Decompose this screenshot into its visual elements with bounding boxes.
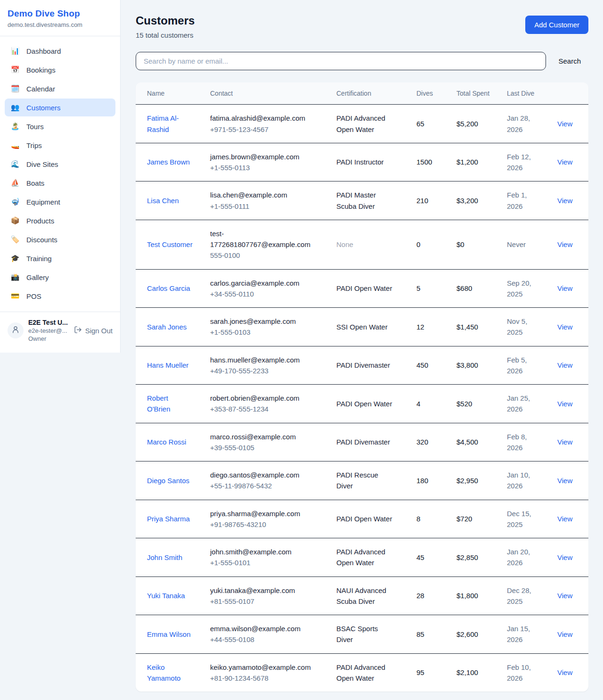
customer-email: carlos.garcia@example.com [210,278,319,288]
sidebar-item-products[interactable]: 📦 Products [5,212,115,230]
user-icon [11,325,20,336]
column-header-name: Name [136,82,204,105]
view-link[interactable]: View [557,515,572,523]
view-link[interactable]: View [557,477,572,485]
spiral-calendar-icon: 🗓️ [10,84,20,93]
view-link[interactable]: View [557,438,572,446]
customer-certification: PADI Open Water [331,385,411,423]
sidebar-item-customers[interactable]: 👥 Customers [5,99,115,116]
island-icon: 🏝️ [10,122,20,131]
customer-last-dive: Jan 15, 2026 [501,615,552,654]
view-link[interactable]: View [557,323,572,331]
view-link[interactable]: View [557,120,572,128]
column-header-total-spent: Total Spent [451,82,501,105]
customer-phone: +34-555-0110 [210,288,319,299]
sidebar-item-tours[interactable]: 🏝️ Tours [5,117,115,135]
search-button[interactable]: Search [551,53,588,69]
sidebar-item-bookings[interactable]: 📅 Bookings [5,61,115,79]
view-link[interactable]: View [557,630,572,638]
customer-dives: 8 [411,500,451,538]
customer-name-link[interactable]: Lisa Chen [147,197,179,205]
customers-table-card: Name Contact Certification Dives Total S… [136,82,588,692]
sidebar-item-training[interactable]: 🎓 Training [5,249,115,267]
sidebar-item-dashboard[interactable]: 📊 Dashboard [5,42,115,60]
customer-dives: 5 [411,269,451,308]
customer-name-link[interactable]: James Brown [147,158,190,166]
customer-name-link[interactable]: Test Customer [147,240,193,248]
customer-dives: 85 [411,615,451,654]
column-header-actions [552,82,588,105]
sidebar-item-trips[interactable]: 🚤 Trips [5,136,115,154]
view-link[interactable]: View [557,400,572,408]
customer-contact: hans.mueller@example.com +49-170-555-223… [204,346,331,385]
customer-phone: +44-555-0108 [210,634,319,645]
customer-phone: +55-11-99876-5432 [210,480,319,491]
customer-name-link[interactable]: Yuki Tanaka [147,592,185,600]
sidebar-item-label: Customers [26,104,61,112]
user-section: E2E Test U... e2e-tester@... Owner Sign … [0,312,120,351]
page-title-block: Customers 15 total customers [136,14,195,39]
table-row: Priya Sharma priya.sharma@example.com +9… [136,500,588,538]
customer-contact: test-1772681807767@example.com 555-0100 [204,220,331,269]
customer-phone: +1-555-0103 [210,327,319,338]
view-link[interactable]: View [557,158,572,166]
view-link[interactable]: View [557,240,572,248]
sidebar-item-equipment[interactable]: 🤿 Equipment [5,193,115,211]
customer-name-link[interactable]: Keiko Yamamoto [147,663,180,682]
avatar [8,322,24,338]
customer-name-link[interactable]: Fatima Al-Rashid [147,114,179,133]
customer-name-link[interactable]: John Smith [147,553,182,561]
search-row: Search [136,52,588,70]
customer-name-link[interactable]: Robert O'Brien [147,394,171,413]
customer-dives: 45 [411,538,451,577]
customer-dives: 28 [411,576,451,615]
customer-total-spent: $3,800 [451,346,501,385]
view-link[interactable]: View [557,197,572,205]
customer-dives: 180 [411,461,451,500]
customer-email: hans.mueller@example.com [210,354,319,365]
view-link[interactable]: View [557,284,572,292]
sidebar-item-dive-sites[interactable]: 🌊 Dive Sites [5,155,115,173]
customer-name-link[interactable]: Sarah Jones [147,323,187,331]
sidebar-item-label: POS [26,292,41,300]
customer-name-link[interactable]: Carlos Garcia [147,284,190,292]
table-row: Keiko Yamamoto keiko.yamamoto@example.co… [136,653,588,692]
table-row: Diego Santos diego.santos@example.com +5… [136,461,588,500]
bar-chart-icon: 📊 [10,47,20,55]
search-input[interactable] [136,52,546,70]
table-row: Fatima Al-Rashid fatima.alrashid@example… [136,105,588,143]
customer-certification: PADI Advanced Open Water [331,538,411,577]
people-icon: 👥 [10,103,20,112]
customer-contact: carlos.garcia@example.com +34-555-0110 [204,269,331,308]
view-link[interactable]: View [557,553,572,561]
customer-phone: +971-55-123-4567 [210,124,319,135]
view-link[interactable]: View [557,592,572,600]
sidebar-item-calendar[interactable]: 🗓️ Calendar [5,80,115,98]
customer-name-link[interactable]: Priya Sharma [147,515,190,523]
customer-name-link[interactable]: Marco Rossi [147,438,186,446]
customer-contact: john.smith@example.com +1-555-0101 [204,538,331,577]
sidebar-item-label: Discounts [26,236,57,244]
customer-email: priya.sharma@example.com [210,508,319,519]
customer-email: james.brown@example.com [210,151,319,162]
sidebar-item-pos[interactable]: 💳 POS [5,287,115,305]
camera-icon: 📸 [10,273,20,281]
sign-out-button[interactable]: Sign Out [74,326,113,335]
customer-name-link[interactable]: Hans Mueller [147,361,188,369]
customer-name-link[interactable]: Emma Wilson [147,630,191,638]
sidebar-item-label: Trips [26,141,42,149]
customer-phone: +81-90-1234-5678 [210,673,319,684]
customer-phone: +49-170-555-2233 [210,365,319,376]
sidebar-item-boats[interactable]: ⛵ Boats [5,174,115,192]
customer-email: emma.wilson@example.com [210,623,319,634]
view-link[interactable]: View [557,361,572,369]
add-customer-button[interactable]: Add Customer [525,16,588,34]
view-link[interactable]: View [557,668,572,676]
sidebar-item-discounts[interactable]: 🏷️ Discounts [5,231,115,248]
customer-last-dive: Jan 28, 2026 [501,105,552,143]
customer-dives: 450 [411,346,451,385]
sidebar-item-gallery[interactable]: 📸 Gallery [5,268,115,286]
customer-contact: lisa.chen@example.com +1-555-0111 [204,181,331,220]
page-title: Customers [136,14,195,27]
customer-name-link[interactable]: Diego Santos [147,477,189,485]
